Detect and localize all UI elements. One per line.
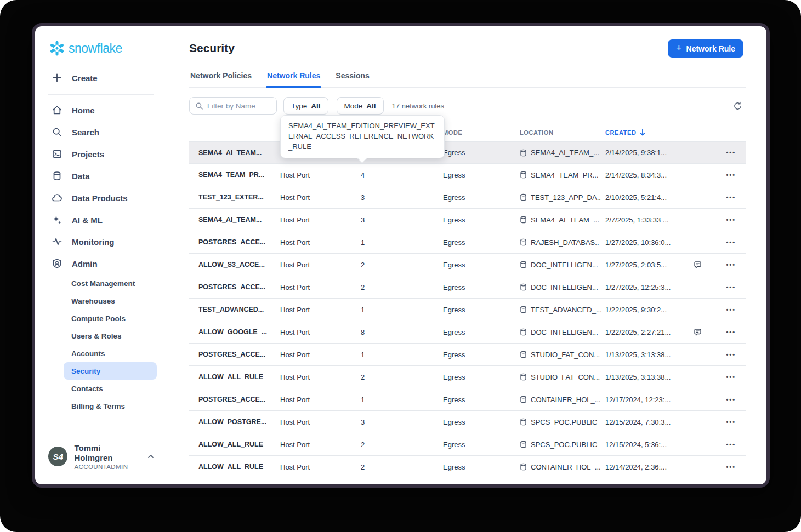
sidebar-item-monitoring[interactable]: Monitoring [35, 231, 167, 253]
mode-filter-button[interactable]: Mode All [337, 97, 384, 115]
row-more-icon[interactable]: ••• [726, 307, 736, 313]
sidebar-item-home[interactable]: Home [35, 99, 167, 121]
table-row[interactable]: TEST_ADVANCED... Host Port 1 Egress TEST… [189, 299, 746, 321]
sidebar-item-ai-ml[interactable]: AI & ML [35, 209, 167, 231]
rule-count: 17 network rules [392, 102, 444, 110]
sidebar-item-warehouses[interactable]: Warehouses [64, 292, 157, 310]
rule-created: 1/27/2025, 12:25:3... [605, 283, 686, 291]
table-row[interactable]: ALLOW_S3_ACCE... Host Port 2 Egress DOC_… [189, 254, 746, 276]
row-more-icon[interactable]: ••• [726, 150, 736, 156]
table-row[interactable]: ALLOW_ALL_RULE Host Port 2 Egress STUDIO… [189, 366, 746, 388]
table-row[interactable]: TEST_123_EXTER... Host Port 3 Egress TES… [189, 186, 746, 209]
type-filter-button[interactable]: Type All [283, 97, 328, 115]
rule-name[interactable]: POSTGRES_ACCE... [198, 238, 280, 246]
home-icon [52, 105, 63, 116]
rule-location: DOC_INTELLIGEN... [520, 261, 605, 269]
sidebar-item-projects[interactable]: Projects [35, 143, 167, 165]
row-more-icon[interactable]: ••• [726, 397, 736, 403]
sidebar-item-security[interactable]: Security [64, 362, 157, 380]
sidebar-item-create[interactable]: Create [52, 70, 167, 85]
row-more-icon[interactable]: ••• [726, 329, 736, 335]
sidebar-item-cost-management[interactable]: Cost Management [64, 274, 157, 292]
rule-identifiers: 8 [361, 328, 443, 336]
sort-descending-icon [639, 129, 646, 136]
snowflake-mark-icon [49, 41, 65, 56]
rule-name[interactable]: TEST_ADVANCED... [198, 306, 280, 313]
user-name: Tommi Holmgren [74, 443, 140, 464]
sidebar-item-data[interactable]: Data [35, 165, 167, 187]
rule-name[interactable]: SEMA4_AI_TEAM... [198, 149, 280, 157]
search-input[interactable] [207, 102, 268, 110]
comment-icon[interactable] [694, 328, 702, 336]
rule-type: Host Port [280, 238, 361, 247]
row-more-icon[interactable]: ••• [726, 419, 736, 425]
rule-name[interactable]: TEST_123_EXTER... [198, 193, 280, 201]
tab-network-policies[interactable]: Network Policies [189, 68, 253, 87]
new-network-rule-button[interactable]: + Network Rule [668, 39, 743, 58]
rule-name[interactable]: SEMA4_TEAM_PR... [198, 171, 280, 179]
table-row[interactable]: POSTGRES_ACCE... Host Port 1 Egress STUD… [189, 344, 746, 366]
table-row[interactable]: GENESIS_BOTS_C... Host Port 15 Egress GE… [189, 478, 746, 484]
table-row[interactable]: ALLOW_POSTGRE... Host Port 3 Egress SPCS… [189, 411, 746, 433]
table-row[interactable]: ALLOW_GOOGLE_... Host Port 8 Egress DOC_… [189, 321, 746, 344]
rule-mode: Egress [443, 306, 520, 314]
row-more-icon[interactable]: ••• [726, 172, 736, 178]
rule-type: Host Port [280, 283, 361, 291]
projects-icon [52, 148, 63, 159]
table-row[interactable]: SEMA4_TEAM_PR... Host Port 4 Egress SEMA… [189, 164, 746, 186]
sidebar-item-billing-terms[interactable]: Billing & Terms [64, 397, 157, 415]
table-row[interactable]: SEMA4_AI_TEAM... Host Port 1 Egress SEMA… [189, 141, 746, 164]
rule-name[interactable]: SEMA4_AI_TEAM... [198, 216, 280, 224]
row-more-icon[interactable]: ••• [726, 217, 736, 223]
rule-name[interactable]: ALLOW_ALL_RULE [198, 441, 280, 448]
rule-type: Host Port [280, 328, 361, 336]
row-more-icon[interactable]: ••• [726, 195, 736, 201]
sidebar-item-accounts[interactable]: Accounts [64, 345, 157, 362]
column-header-mode[interactable]: MODE [443, 129, 520, 136]
rule-name[interactable]: ALLOW_ALL_RULE [198, 463, 280, 471]
rule-name[interactable]: POSTGRES_ACCE... [198, 396, 280, 403]
database-icon [520, 463, 527, 471]
comment-icon[interactable] [694, 261, 702, 269]
tab-sessions[interactable]: Sessions [334, 68, 370, 87]
sidebar-item-compute-pools[interactable]: Compute Pools [64, 310, 157, 327]
column-header-location[interactable]: LOCATION [520, 129, 605, 136]
column-header-created[interactable]: CREATED [605, 129, 686, 136]
table-row[interactable]: ALLOW_ALL_RULE Host Port 2 Egress CONTAI… [189, 456, 746, 478]
row-more-icon[interactable]: ••• [726, 262, 736, 268]
sidebar-item-label: Search [72, 128, 99, 137]
table-row[interactable]: POSTGRES_ACCE... Host Port 1 Egress RAJE… [189, 231, 746, 254]
filter-by-name-box[interactable] [189, 97, 277, 115]
rule-name[interactable]: ALLOW_POSTGRE... [198, 418, 280, 426]
table-row[interactable]: ALLOW_ALL_RULE Host Port 2 Egress SPCS_P… [189, 433, 746, 456]
row-more-icon[interactable]: ••• [726, 374, 736, 380]
rule-name[interactable]: ALLOW_S3_ACCE... [198, 261, 280, 268]
table-row[interactable]: POSTGRES_ACCE... Host Port 1 Egress CONT… [189, 388, 746, 411]
rule-name[interactable]: POSTGRES_ACCE... [198, 351, 280, 358]
row-more-icon[interactable]: ••• [726, 239, 736, 245]
row-more-icon[interactable]: ••• [726, 352, 736, 358]
snowflake-logo: snowflake [49, 41, 167, 56]
table-row[interactable]: POSTGRES_ACCE... Host Port 2 Egress DOC_… [189, 276, 746, 299]
user-menu[interactable]: S4 Tommi Holmgren ACCOUNTADMIN [35, 433, 167, 485]
database-icon [520, 418, 527, 426]
rule-type: Host Port [280, 418, 361, 426]
sidebar-item-search[interactable]: Search [35, 121, 167, 143]
table-row[interactable]: SEMA4_AI_TEAM... Host Port 3 Egress SEMA… [189, 209, 746, 231]
refresh-icon[interactable] [733, 101, 742, 111]
sidebar-item-admin[interactable]: Admin [35, 253, 167, 274]
row-more-icon[interactable]: ••• [726, 464, 736, 470]
rule-location: SEMA4_TEAM_PR... [520, 171, 605, 179]
tab-network-rules[interactable]: Network Rules [266, 68, 321, 87]
row-more-icon[interactable]: ••• [726, 442, 736, 448]
rule-name[interactable]: POSTGRES_ACCE... [198, 283, 280, 291]
sidebar-item-data-products[interactable]: Data Products [35, 187, 167, 209]
sidebar-item-contacts[interactable]: Contacts [64, 380, 157, 397]
rule-name[interactable]: ALLOW_GOOGLE_... [198, 328, 280, 336]
rule-created: 12/14/2024, 2:36:... [605, 463, 686, 471]
rule-identifiers: 1 [361, 238, 443, 247]
rule-name[interactable]: ALLOW_ALL_RULE [198, 373, 280, 381]
page-title: Security [189, 42, 746, 55]
row-more-icon[interactable]: ••• [726, 284, 736, 290]
sidebar-item-users-roles[interactable]: Users & Roles [64, 327, 157, 345]
